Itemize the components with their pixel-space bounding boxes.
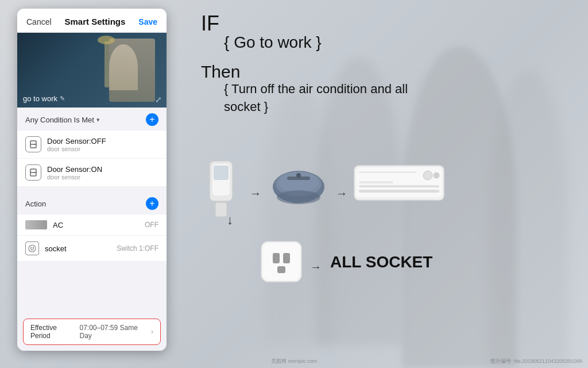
door-sensor-on-icon [25, 164, 41, 181]
action-item-socket-status: Switch 1:OFF [117, 244, 158, 252]
add-action-button[interactable]: + [146, 197, 158, 210]
hero-decoration2 [109, 44, 138, 90]
condition-item-door-off-subtitle: door sensor [47, 145, 106, 152]
hero-image-area: go to work ✎ ⤢ [17, 33, 167, 108]
action-item-socket-text: socket [45, 244, 67, 253]
watermark-center: 觅图网 omnipic.com [271, 358, 317, 365]
action-item-ac[interactable]: AC OFF [17, 214, 167, 236]
svg-point-5 [34, 172, 36, 173]
watermark-right: 图片编号: No.201906211043205391088 [490, 358, 582, 365]
expand-icon[interactable]: ⤢ [155, 95, 162, 104]
socket-device-icon [25, 241, 39, 255]
page-title: Smart Settings [65, 17, 126, 26]
phone-panel: Cancel Smart Settings Save go to work ✎ … [17, 9, 167, 351]
condition-label: Any Condition Is Met [25, 116, 94, 124]
condition-item-door-off-text: Door Sensor:OFF door sensor [47, 137, 106, 152]
door-sensor-off-icon [25, 136, 41, 152]
cancel-button[interactable]: Cancel [26, 17, 52, 26]
add-condition-button[interactable]: + [146, 113, 158, 126]
svg-point-6 [29, 245, 36, 252]
condition-label-row: Any Condition Is Met ▾ [25, 116, 100, 124]
condition-bar: Any Condition Is Met ▾ + [17, 108, 167, 131]
action-item-socket-title: socket [45, 244, 67, 253]
edit-icon[interactable]: ✎ [60, 95, 65, 102]
hero-text-row: go to work ✎ [23, 94, 65, 103]
svg-point-2 [34, 144, 36, 145]
action-item-socket[interactable]: socket Switch 1:OFF [17, 236, 167, 262]
effective-period-label: Effective Period [30, 324, 75, 340]
hero-label: go to work [23, 94, 57, 103]
effective-period-chevron-icon: › [151, 328, 153, 336]
action-item-ac-status: OFF [145, 221, 158, 229]
condition-item-door-off[interactable]: Door Sensor:OFF door sensor [17, 131, 167, 159]
action-item-ac-text: AC [53, 221, 63, 229]
effective-period[interactable]: Effective Period 07:00–07:59 Same Day › [23, 319, 161, 345]
condition-item-door-on-subtitle: door sensor [47, 174, 102, 181]
condition-item-door-off-title: Door Sensor:OFF [47, 137, 106, 145]
condition-item-door-on-title: Door Sensor:ON [47, 165, 102, 174]
condition-item-door-on-text: Door Sensor:ON door sensor [47, 165, 102, 181]
condition-item-door-on[interactable]: Door Sensor:ON door sensor [17, 159, 167, 187]
phone-header: Cancel Smart Settings Save [17, 9, 167, 33]
action-item-ac-title: AC [53, 221, 63, 229]
save-button[interactable]: Save [138, 17, 157, 26]
action-items-list: AC OFF socket Switch 1:OFF [17, 214, 167, 262]
ac-device-icon [25, 220, 47, 229]
action-label: Action [25, 200, 46, 208]
condition-chevron-icon[interactable]: ▾ [96, 116, 100, 124]
effective-period-value: 07:00–07:59 Same Day [79, 324, 146, 340]
condition-items-list: Door Sensor:OFF door sensor Door Sensor:… [17, 131, 167, 187]
action-bar: Action + [17, 191, 167, 214]
